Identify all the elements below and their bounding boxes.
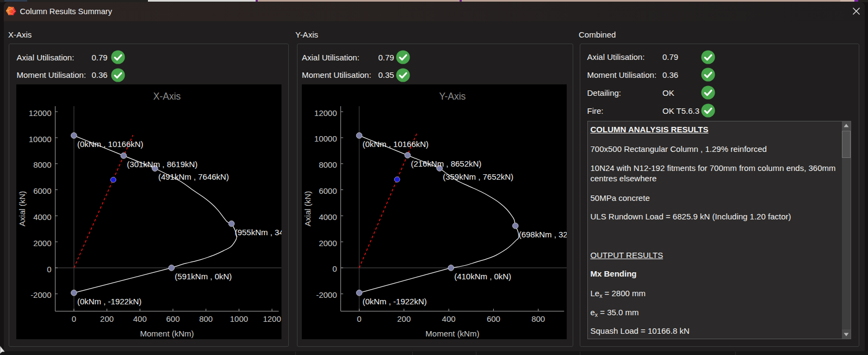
svg-text:(0kNm , -1922kN): (0kNm , -1922kN) xyxy=(77,297,141,306)
svg-text:800: 800 xyxy=(199,314,213,323)
svg-text:(491kNm , 7646kN): (491kNm , 7646kN) xyxy=(158,172,229,181)
svg-text:X-Axis: X-Axis xyxy=(153,91,181,102)
svg-text:12000: 12000 xyxy=(314,108,337,118)
svg-text:-2000: -2000 xyxy=(30,290,51,299)
svg-text:-2000: -2000 xyxy=(316,290,337,299)
svg-text:(216kNm , 8652kN): (216kNm , 8652kN) xyxy=(411,159,481,168)
svg-text:(359kNm , 7652kN): (359kNm , 7652kN) xyxy=(443,172,513,181)
svg-text:2000: 2000 xyxy=(33,238,51,248)
svg-text:400: 400 xyxy=(442,314,455,323)
svg-text:0: 0 xyxy=(357,314,361,323)
svg-text:0: 0 xyxy=(47,265,51,274)
svg-text:(0kNm , 10166kN): (0kNm , 10166kN) xyxy=(77,139,144,149)
svg-text:(955kNm , 34: (955kNm , 34 xyxy=(235,228,282,237)
svg-text:4000: 4000 xyxy=(33,212,51,222)
svg-text:Moment (kNm): Moment (kNm) xyxy=(425,329,479,338)
svg-text:200: 200 xyxy=(397,314,411,323)
svg-text:Moment (kNm): Moment (kNm) xyxy=(140,329,194,338)
svg-text:(0kNm , -1922kN): (0kNm , -1922kN) xyxy=(362,297,426,306)
svg-text:(0kNm , 10166kN): (0kNm , 10166kN) xyxy=(362,139,429,149)
svg-text:600: 600 xyxy=(166,314,179,323)
svg-text:8000: 8000 xyxy=(33,160,51,169)
svg-text:10000: 10000 xyxy=(29,134,52,144)
svg-text:(301kNm , 8619kN): (301kNm , 8619kN) xyxy=(127,160,197,169)
svg-text:Axial (kN): Axial (kN) xyxy=(17,191,27,227)
svg-text:0: 0 xyxy=(332,264,337,273)
svg-text:0: 0 xyxy=(72,314,76,323)
svg-text:600: 600 xyxy=(487,314,500,323)
svg-text:(698kNm , 32: (698kNm , 32 xyxy=(518,230,567,239)
svg-text:8000: 8000 xyxy=(319,160,337,169)
svg-text:6000: 6000 xyxy=(33,186,51,195)
svg-text:Axial (kN): Axial (kN) xyxy=(303,191,312,227)
svg-text:(591kNm , 0kN): (591kNm , 0kN) xyxy=(175,272,232,281)
svg-text:1000: 1000 xyxy=(230,314,248,323)
svg-text:400: 400 xyxy=(133,314,147,323)
svg-text:Y-Axis: Y-Axis xyxy=(439,91,466,102)
svg-text:2000: 2000 xyxy=(319,238,337,248)
svg-text:6000: 6000 xyxy=(319,186,337,195)
svg-text:12000: 12000 xyxy=(29,108,52,118)
svg-text:10000: 10000 xyxy=(314,134,337,144)
svg-text:(410kNm , 0kN): (410kNm , 0kN) xyxy=(454,272,511,281)
svg-text:200: 200 xyxy=(100,314,114,323)
svg-text:800: 800 xyxy=(531,314,545,323)
svg-text:1200: 1200 xyxy=(263,314,281,323)
svg-text:4000: 4000 xyxy=(319,212,337,222)
